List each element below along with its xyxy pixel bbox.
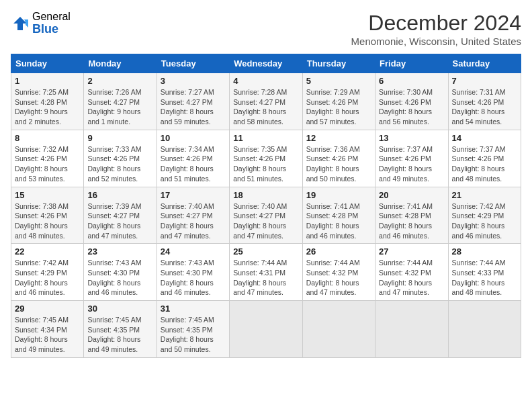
day-detail: Sunrise: 7:43 AMSunset: 4:30 PMDaylight:… xyxy=(161,259,214,296)
day-detail: Sunrise: 7:26 AMSunset: 4:27 PMDaylight:… xyxy=(87,88,141,126)
calendar-cell: 21 Sunrise: 7:42 AMSunset: 4:29 PMDaylig… xyxy=(448,187,521,244)
day-number: 26 xyxy=(306,246,371,257)
header-day: Sunday xyxy=(11,54,84,73)
day-number: 28 xyxy=(452,246,517,257)
calendar-cell: 8 Sunrise: 7:32 AMSunset: 4:26 PMDayligh… xyxy=(11,130,84,187)
header-row: SundayMondayTuesdayWednesdayThursdayFrid… xyxy=(11,54,521,73)
day-number: 23 xyxy=(87,246,152,257)
day-detail: Sunrise: 7:40 AMSunset: 4:27 PMDaylight:… xyxy=(233,202,287,240)
day-detail: Sunrise: 7:32 AMSunset: 4:26 PMDaylight:… xyxy=(15,145,69,183)
page-header: General Blue December 2024 Menomonie, Wi… xyxy=(11,11,521,47)
calendar-week-row: 8 Sunrise: 7:32 AMSunset: 4:26 PMDayligh… xyxy=(11,130,521,187)
calendar-cell: 31 Sunrise: 7:45 AMSunset: 4:35 PMDaylig… xyxy=(157,301,229,358)
day-number: 13 xyxy=(379,133,444,143)
day-detail: Sunrise: 7:40 AMSunset: 4:27 PMDaylight:… xyxy=(161,202,214,240)
calendar-cell: 20 Sunrise: 7:41 AMSunset: 4:28 PMDaylig… xyxy=(375,187,448,244)
calendar-cell: 30 Sunrise: 7:45 AMSunset: 4:35 PMDaylig… xyxy=(84,301,157,358)
calendar-body: 1 Sunrise: 7:25 AMSunset: 4:28 PMDayligh… xyxy=(11,73,521,358)
calendar-table: SundayMondayTuesdayWednesdayThursdayFrid… xyxy=(11,54,521,358)
day-number: 25 xyxy=(233,246,298,257)
calendar-cell: 1 Sunrise: 7:25 AMSunset: 4:28 PMDayligh… xyxy=(11,73,84,130)
subtitle: Menomonie, Wisconsin, United States xyxy=(351,36,521,47)
logo: General Blue xyxy=(11,11,71,36)
day-number: 6 xyxy=(379,76,444,86)
day-detail: Sunrise: 7:37 AMSunset: 4:26 PMDaylight:… xyxy=(452,145,506,183)
day-detail: Sunrise: 7:27 AMSunset: 4:27 PMDaylight:… xyxy=(161,88,214,126)
day-detail: Sunrise: 7:25 AMSunset: 4:28 PMDaylight:… xyxy=(15,88,69,126)
calendar-cell xyxy=(448,301,521,358)
calendar-cell: 26 Sunrise: 7:44 AMSunset: 4:32 PMDaylig… xyxy=(302,244,375,301)
day-number: 11 xyxy=(233,133,298,143)
day-detail: Sunrise: 7:34 AMSunset: 4:26 PMDaylight:… xyxy=(161,145,214,183)
calendar-cell: 7 Sunrise: 7:31 AMSunset: 4:26 PMDayligh… xyxy=(448,73,521,130)
day-detail: Sunrise: 7:45 AMSunset: 4:35 PMDaylight:… xyxy=(87,316,141,353)
calendar-cell: 19 Sunrise: 7:41 AMSunset: 4:28 PMDaylig… xyxy=(302,187,375,244)
day-number: 27 xyxy=(379,246,444,257)
day-number: 30 xyxy=(87,304,152,314)
calendar-cell: 15 Sunrise: 7:38 AMSunset: 4:26 PMDaylig… xyxy=(11,187,84,244)
header-day: Wednesday xyxy=(230,54,302,73)
calendar-cell: 17 Sunrise: 7:40 AMSunset: 4:27 PMDaylig… xyxy=(157,187,229,244)
day-number: 18 xyxy=(233,190,298,200)
day-detail: Sunrise: 7:44 AMSunset: 4:33 PMDaylight:… xyxy=(452,259,506,296)
day-number: 15 xyxy=(15,190,80,200)
day-number: 8 xyxy=(15,133,80,143)
calendar-week-row: 29 Sunrise: 7:45 AMSunset: 4:34 PMDaylig… xyxy=(11,301,521,358)
calendar-cell: 3 Sunrise: 7:27 AMSunset: 4:27 PMDayligh… xyxy=(157,73,229,130)
day-detail: Sunrise: 7:37 AMSunset: 4:26 PMDaylight:… xyxy=(379,145,433,183)
calendar-week-row: 22 Sunrise: 7:42 AMSunset: 4:29 PMDaylig… xyxy=(11,244,521,301)
day-number: 1 xyxy=(15,76,80,86)
calendar-cell: 14 Sunrise: 7:37 AMSunset: 4:26 PMDaylig… xyxy=(448,130,521,187)
day-number: 5 xyxy=(306,76,371,86)
day-detail: Sunrise: 7:29 AMSunset: 4:26 PMDaylight:… xyxy=(306,88,360,126)
header-day: Monday xyxy=(84,54,157,73)
day-detail: Sunrise: 7:44 AMSunset: 4:32 PMDaylight:… xyxy=(306,259,360,296)
calendar-cell: 28 Sunrise: 7:44 AMSunset: 4:33 PMDaylig… xyxy=(448,244,521,301)
day-number: 9 xyxy=(87,133,152,143)
calendar-cell: 22 Sunrise: 7:42 AMSunset: 4:29 PMDaylig… xyxy=(11,244,84,301)
calendar-header: SundayMondayTuesdayWednesdayThursdayFrid… xyxy=(11,54,521,73)
main-title: December 2024 xyxy=(351,11,521,36)
day-detail: Sunrise: 7:35 AMSunset: 4:26 PMDaylight:… xyxy=(233,145,287,183)
calendar-cell: 23 Sunrise: 7:43 AMSunset: 4:30 PMDaylig… xyxy=(84,244,157,301)
day-detail: Sunrise: 7:36 AMSunset: 4:26 PMDaylight:… xyxy=(306,145,360,183)
day-detail: Sunrise: 7:41 AMSunset: 4:28 PMDaylight:… xyxy=(306,202,360,240)
calendar-cell: 6 Sunrise: 7:30 AMSunset: 4:26 PMDayligh… xyxy=(375,73,448,130)
day-detail: Sunrise: 7:33 AMSunset: 4:26 PMDaylight:… xyxy=(87,145,141,183)
day-detail: Sunrise: 7:41 AMSunset: 4:28 PMDaylight:… xyxy=(379,202,433,240)
day-detail: Sunrise: 7:45 AMSunset: 4:35 PMDaylight:… xyxy=(161,316,214,353)
day-number: 22 xyxy=(15,246,80,257)
header-day: Thursday xyxy=(302,54,375,73)
day-number: 19 xyxy=(306,190,371,200)
day-detail: Sunrise: 7:42 AMSunset: 4:29 PMDaylight:… xyxy=(15,259,69,296)
day-detail: Sunrise: 7:31 AMSunset: 4:26 PMDaylight:… xyxy=(452,88,506,126)
day-detail: Sunrise: 7:28 AMSunset: 4:27 PMDaylight:… xyxy=(233,88,287,126)
header-day: Saturday xyxy=(448,54,521,73)
day-detail: Sunrise: 7:44 AMSunset: 4:32 PMDaylight:… xyxy=(379,259,433,296)
calendar-cell: 16 Sunrise: 7:39 AMSunset: 4:27 PMDaylig… xyxy=(84,187,157,244)
day-number: 3 xyxy=(161,76,226,86)
calendar-cell xyxy=(230,301,302,358)
header-day: Friday xyxy=(375,54,448,73)
calendar-cell: 27 Sunrise: 7:44 AMSunset: 4:32 PMDaylig… xyxy=(375,244,448,301)
day-number: 29 xyxy=(15,304,80,314)
calendar-cell: 24 Sunrise: 7:43 AMSunset: 4:30 PMDaylig… xyxy=(157,244,229,301)
day-detail: Sunrise: 7:30 AMSunset: 4:26 PMDaylight:… xyxy=(379,88,433,126)
calendar-cell: 10 Sunrise: 7:34 AMSunset: 4:26 PMDaylig… xyxy=(157,130,229,187)
day-detail: Sunrise: 7:39 AMSunset: 4:27 PMDaylight:… xyxy=(87,202,141,240)
calendar-cell: 5 Sunrise: 7:29 AMSunset: 4:26 PMDayligh… xyxy=(302,73,375,130)
calendar-week-row: 1 Sunrise: 7:25 AMSunset: 4:28 PMDayligh… xyxy=(11,73,521,130)
calendar-cell: 2 Sunrise: 7:26 AMSunset: 4:27 PMDayligh… xyxy=(84,73,157,130)
day-number: 24 xyxy=(161,246,226,257)
day-number: 7 xyxy=(452,76,517,86)
calendar-cell: 13 Sunrise: 7:37 AMSunset: 4:26 PMDaylig… xyxy=(375,130,448,187)
day-number: 31 xyxy=(161,304,226,314)
header-day: Tuesday xyxy=(157,54,229,73)
calendar-cell: 18 Sunrise: 7:40 AMSunset: 4:27 PMDaylig… xyxy=(230,187,302,244)
day-number: 14 xyxy=(452,133,517,143)
day-number: 2 xyxy=(87,76,152,86)
day-detail: Sunrise: 7:45 AMSunset: 4:34 PMDaylight:… xyxy=(15,316,69,353)
calendar-cell: 25 Sunrise: 7:44 AMSunset: 4:31 PMDaylig… xyxy=(230,244,302,301)
logo-icon xyxy=(11,14,30,33)
calendar-week-row: 15 Sunrise: 7:38 AMSunset: 4:26 PMDaylig… xyxy=(11,187,521,244)
